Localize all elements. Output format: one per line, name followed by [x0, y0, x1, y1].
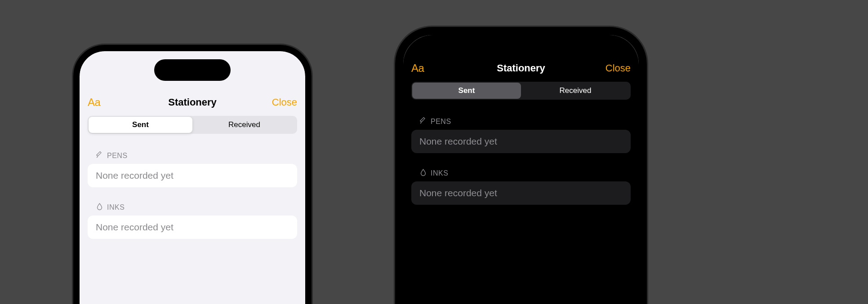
light-phone-mock: Aa Stationery Close Sent Received PENS N… — [73, 45, 312, 304]
phone-bezel: Aa Stationery Close Sent Received PENS N… — [395, 27, 647, 304]
inks-header-label: INKS — [431, 169, 448, 177]
drop-icon — [96, 203, 103, 212]
pens-section: PENS None recorded yet — [403, 117, 639, 153]
pens-empty-cell: None recorded yet — [411, 130, 631, 153]
inks-section: INKS None recorded yet — [403, 168, 639, 205]
typography-button[interactable]: Aa — [88, 96, 119, 109]
segment-sent[interactable]: Sent — [89, 117, 192, 133]
segment-received[interactable]: Received — [521, 83, 630, 99]
close-button[interactable]: Close — [599, 62, 631, 74]
pen-icon — [419, 117, 427, 126]
inks-empty-cell: None recorded yet — [411, 181, 631, 205]
inks-header-label: INKS — [107, 203, 125, 211]
phone-bezel: Aa Stationery Close Sent Received PENS N… — [73, 45, 312, 304]
pens-header-label: PENS — [431, 118, 451, 126]
pens-header-label: PENS — [107, 152, 128, 160]
segment-received[interactable]: Received — [192, 117, 296, 133]
screen: Aa Stationery Close Sent Received PENS N… — [80, 51, 305, 304]
drop-icon — [419, 168, 427, 178]
inks-header: INKS — [88, 203, 297, 212]
navbar: Aa Stationery Close — [403, 58, 639, 78]
screen: Aa Stationery Close Sent Received PENS N… — [403, 35, 639, 304]
navbar: Aa Stationery Close — [80, 93, 305, 112]
pens-header: PENS — [411, 117, 631, 126]
page-title: Stationery — [119, 97, 266, 108]
typography-button[interactable]: Aa — [411, 62, 443, 75]
sent-received-segment[interactable]: Sent Received — [88, 116, 297, 134]
close-button[interactable]: Close — [266, 97, 297, 108]
pen-icon — [96, 151, 103, 160]
page-title: Stationery — [443, 62, 599, 74]
segment-sent[interactable]: Sent — [412, 83, 521, 99]
inks-header: INKS — [411, 168, 631, 178]
sent-received-segment[interactable]: Sent Received — [411, 82, 631, 100]
dynamic-island — [154, 59, 231, 81]
inks-empty-cell: None recorded yet — [88, 216, 297, 239]
dark-phone-mock: Aa Stationery Close Sent Received PENS N… — [395, 27, 647, 304]
inks-section: INKS None recorded yet — [80, 203, 305, 239]
pens-header: PENS — [88, 151, 297, 160]
pens-section: PENS None recorded yet — [80, 151, 305, 187]
pens-empty-cell: None recorded yet — [88, 164, 297, 187]
